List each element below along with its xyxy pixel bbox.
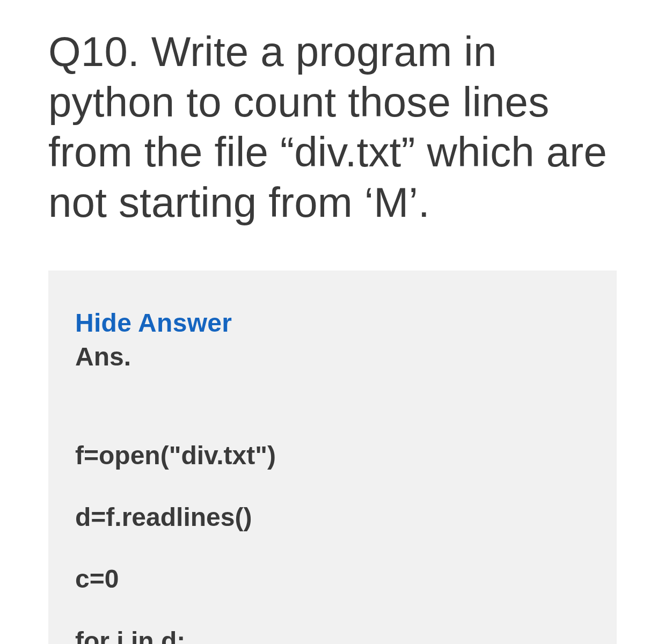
answer-label: Ans. bbox=[75, 342, 590, 371]
question-text: Q10. Write a program in python to count … bbox=[48, 27, 617, 228]
code-line: f=open("div.txt") bbox=[75, 440, 590, 471]
code-line: for i in d: bbox=[75, 626, 590, 644]
code-line: d=f.readlines() bbox=[75, 502, 590, 533]
code-line: c=0 bbox=[75, 564, 590, 595]
answer-box: Hide Answer Ans. f=open("div.txt") d=f.r… bbox=[48, 270, 617, 644]
hide-answer-toggle[interactable]: Hide Answer bbox=[75, 308, 590, 338]
answer-code: f=open("div.txt") d=f.readlines() c=0 fo… bbox=[75, 409, 590, 644]
page-container: Q10. Write a program in python to count … bbox=[0, 0, 665, 644]
